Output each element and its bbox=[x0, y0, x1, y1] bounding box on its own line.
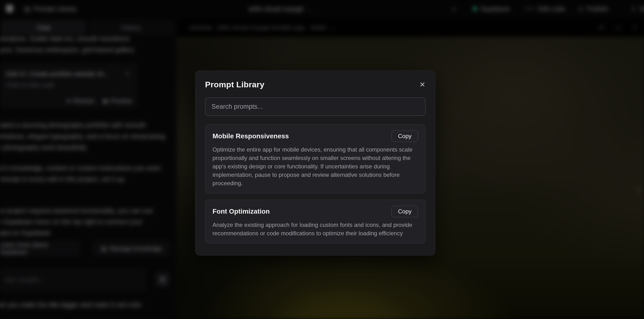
app-screen: ▤ Prompt Library artfx-visual-voyage ⌄ ◐… bbox=[0, 0, 644, 319]
prompt-library-modal: Prompt Library ✕ Mobile Responsiveness C… bbox=[195, 70, 435, 256]
prompt-title: Font Optimization bbox=[212, 208, 270, 215]
prompt-description: Optimize the entire app for mobile devic… bbox=[212, 145, 418, 188]
modal-title: Prompt Library bbox=[205, 80, 264, 89]
copy-button[interactable]: Copy bbox=[392, 206, 418, 217]
prompt-list: Mobile Responsiveness Copy Optimize the … bbox=[205, 124, 426, 246]
prompt-title: Mobile Responsiveness bbox=[212, 132, 289, 140]
close-icon[interactable]: ✕ bbox=[420, 81, 426, 88]
prompt-card-font-optimization[interactable]: Font Optimization Copy Analyze the exist… bbox=[205, 200, 426, 244]
copy-button[interactable]: Copy bbox=[392, 130, 418, 142]
prompt-description: Analyze the existing approach for loadin… bbox=[212, 220, 418, 238]
prompt-card-mobile-responsiveness[interactable]: Mobile Responsiveness Copy Optimize the … bbox=[205, 124, 426, 194]
search-input[interactable] bbox=[205, 98, 426, 116]
